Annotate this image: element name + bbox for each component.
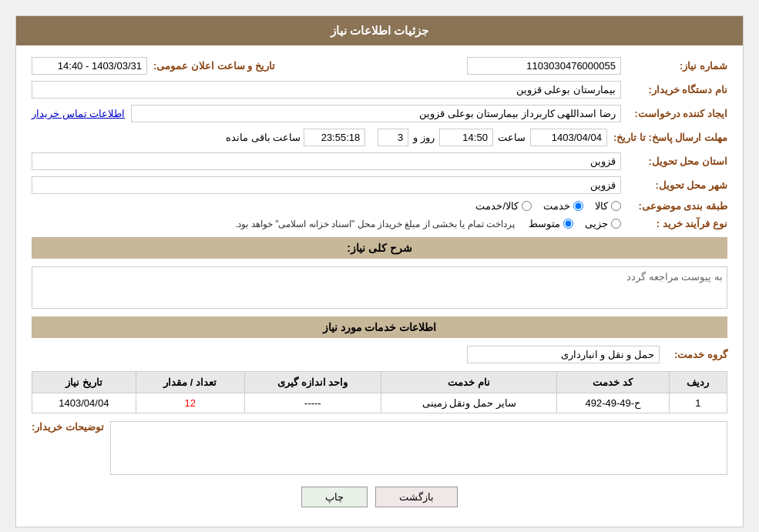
purchase-type-row: نوع فرآیند خرید : جزیی متوسط پرداخت تمام… — [32, 218, 727, 229]
buttons-row: بازگشت چاپ — [32, 487, 727, 507]
col-header-service-name: نام خدمت — [381, 372, 557, 393]
category-radio-group: کالا خدمت کالا/خدمت — [475, 200, 621, 212]
purchase-type-radio-group: جزیی متوسط — [529, 218, 621, 229]
category-label: طبقه بندی موضوعی: — [627, 200, 727, 212]
cell-service-name: سایر حمل ونقل زمینی — [381, 393, 557, 413]
col-header-service-code: کد خدمت — [557, 372, 670, 393]
cell-unit: ----- — [244, 393, 381, 413]
buyer-org-row: نام دستگاه خریدار: بیمارستان بوعلی قزوین — [32, 81, 727, 99]
response-deadline-row: مهلت ارسال پاسخ: تا تاریخ: 1403/04/04 سا… — [32, 129, 727, 146]
category-radio-khedmat[interactable] — [573, 201, 583, 211]
category-label-khedmat: خدمت — [543, 200, 570, 212]
announcement-date-value: 1403/03/31 - 14:40 — [32, 57, 147, 75]
category-option-khedmat: خدمت — [543, 200, 583, 212]
page-title: جزئیات اطلاعات نیاز — [331, 24, 428, 37]
col-header-row-num: ردیف — [669, 372, 727, 393]
need-number-label: شماره نیاز: — [627, 60, 727, 72]
delivery-city-row: شهر محل تحویل: قزوین — [32, 176, 727, 194]
col-header-need-date: تاریخ نیاز — [32, 372, 136, 393]
table-header-row: ردیف کد خدمت نام خدمت واحد اندازه گیری ت… — [32, 372, 727, 393]
back-button[interactable]: بازگشت — [375, 487, 458, 507]
remaining-section: 23:55:18 ساعت باقی مانده — [226, 129, 365, 146]
description-section-header: شرح کلی نیاز: — [32, 237, 727, 259]
purchase-type-label-motavasset: متوسط — [529, 218, 560, 229]
service-group-row: گروه خدمت: حمل و نقل و انبارداری — [32, 346, 727, 363]
purchase-type-label: نوع فرآیند خرید : — [627, 218, 727, 229]
contact-link[interactable]: اطلاعات تماس خریدار — [32, 108, 125, 119]
category-label-kala: کالا — [595, 200, 608, 212]
cell-need-date: 1403/04/04 — [32, 393, 136, 413]
page-header: جزئیات اطلاعات نیاز — [16, 16, 743, 45]
col-header-quantity: تعداد / مقدار — [136, 372, 244, 393]
delivery-province-label: استان محل تحویل: — [627, 156, 727, 167]
buyer-org-label: نام دستگاه خریدار: — [627, 84, 727, 95]
creator-row: ایجاد کننده درخواست: رضا اسداللهی کاربرد… — [32, 105, 727, 122]
purchase-type-option-motavasset: متوسط — [529, 218, 573, 229]
category-radio-kala[interactable] — [611, 201, 621, 211]
buyer-org-value: بیمارستان بوعلی قزوین — [32, 81, 621, 99]
services-table: ردیف کد خدمت نام خدمت واحد اندازه گیری ت… — [32, 371, 727, 413]
description-value: به پیوست مراجعه گردد — [626, 271, 723, 283]
delivery-province-value: قزوین — [32, 152, 621, 170]
description-header-label: شرح کلی نیاز: — [347, 242, 411, 254]
table-row: 1 ح-49-49-492 سایر حمل ونقل زمینی ----- … — [32, 393, 727, 413]
response-deadline-label: مهلت ارسال پاسخ: تا تاریخ: — [613, 132, 727, 143]
content-area: شماره نیاز: 1103030476000055 تاریخ و ساع… — [16, 45, 743, 527]
purchase-type-radio-jozi[interactable] — [611, 219, 621, 229]
buyer-notes-label: توضیحات خریدار: — [32, 421, 104, 433]
category-option-kala: کالا — [595, 200, 621, 212]
buyer-notes-row: توضیحات خریدار: — [32, 421, 727, 475]
services-header-label: اطلاعات خدمات مورد نیاز — [323, 321, 437, 333]
response-days: 3 — [378, 129, 408, 146]
cell-row-num: 1 — [669, 393, 727, 413]
purchase-type-radio-motavasset[interactable] — [563, 219, 573, 229]
delivery-province-row: استان محل تحویل: قزوین — [32, 152, 727, 170]
response-time-label: ساعت — [498, 132, 526, 143]
delivery-city-value: قزوین — [32, 176, 621, 194]
page-container: جزئیات اطلاعات نیاز شماره نیاز: 11030304… — [15, 15, 744, 527]
cell-quantity: 12 — [136, 393, 244, 413]
creator-value: رضا اسداللهی کاربرداز بیمارستان بوعلی قز… — [131, 105, 621, 122]
buyer-notes-box — [110, 421, 727, 475]
purchase-notice: پرداخت تمام یا بخشی از مبلغ خریداز محل "… — [235, 219, 515, 229]
response-days-label: روز و — [413, 132, 435, 143]
response-remaining: 23:55:18 — [304, 129, 365, 146]
purchase-type-label-jozi: جزیی — [585, 218, 608, 229]
response-time: 14:50 — [439, 129, 493, 146]
service-group-value: حمل و نقل و انبارداری — [467, 346, 660, 363]
announcement-date-label: تاریخ و ساعت اعلان عمومی: — [153, 60, 275, 72]
service-group-label: گروه خدمت: — [666, 349, 727, 360]
description-box: به پیوست مراجعه گردد — [32, 266, 727, 309]
col-header-unit: واحد اندازه گیری — [244, 372, 381, 393]
delivery-city-label: شهر محل تحویل: — [627, 179, 727, 191]
purchase-type-option-jozi: جزیی — [585, 218, 621, 229]
category-label-kala-khedmat: کالا/خدمت — [475, 200, 519, 212]
services-section-header: اطلاعات خدمات مورد نیاز — [32, 316, 727, 338]
category-option-kala-khedmat: کالا/خدمت — [475, 200, 532, 212]
description-row: به پیوست مراجعه گردد — [32, 266, 727, 309]
category-row: طبقه بندی موضوعی: کالا خدمت کالا/خدمت — [32, 200, 727, 212]
response-date-time: 1403/04/04 ساعت 14:50 روز و 3 23:55:18 س… — [226, 129, 607, 146]
creator-label: ایجاد کننده درخواست: — [627, 108, 727, 119]
category-radio-kala-khedmat[interactable] — [522, 201, 532, 211]
response-date: 1403/04/04 — [530, 129, 607, 146]
response-remaining-label: ساعت باقی مانده — [226, 132, 301, 143]
print-button[interactable]: چاپ — [301, 487, 368, 507]
need-number-value: 1103030476000055 — [467, 57, 621, 75]
cell-service-code: ح-49-49-492 — [557, 393, 670, 413]
need-number-row: شماره نیاز: 1103030476000055 تاریخ و ساع… — [32, 57, 727, 75]
